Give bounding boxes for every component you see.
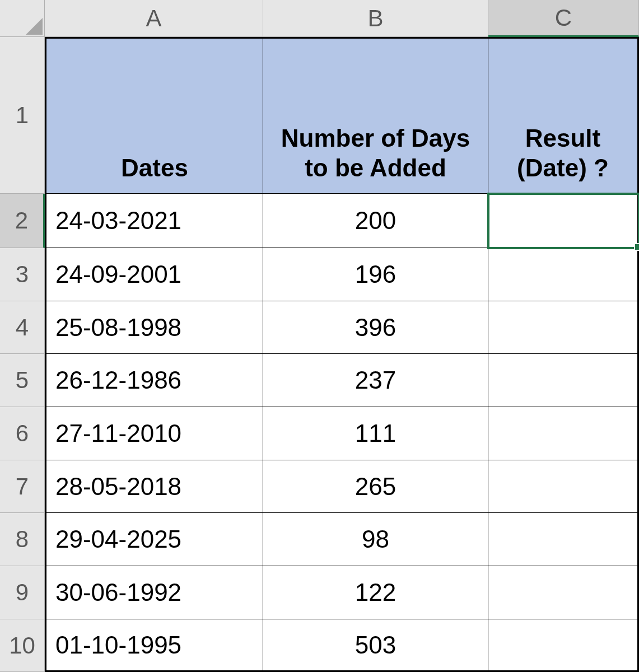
cell-grid: Dates Number of Days to be Added Result … bbox=[45, 37, 639, 672]
cell-C10[interactable] bbox=[488, 619, 639, 672]
table-header-row: Dates Number of Days to be Added Result … bbox=[45, 37, 639, 194]
cell-A7[interactable]: 28-05-2018 bbox=[45, 460, 263, 513]
row-heading-10[interactable]: 10 bbox=[0, 619, 45, 672]
cell-A3[interactable]: 24-09-2001 bbox=[45, 248, 263, 301]
column-heading-B[interactable]: B bbox=[263, 0, 488, 37]
row-heading-9[interactable]: 9 bbox=[0, 566, 45, 619]
cell-C6[interactable] bbox=[488, 407, 639, 460]
cell-A6[interactable]: 27-11-2010 bbox=[45, 407, 263, 460]
cell-B5[interactable]: 237 bbox=[263, 354, 488, 407]
table-row: 30-06-1992 122 bbox=[45, 566, 639, 619]
cell-A1[interactable]: Dates bbox=[45, 37, 263, 194]
table-row: 25-08-1998 396 bbox=[45, 301, 639, 354]
row-heading-8[interactable]: 8 bbox=[0, 513, 45, 566]
table-row: 01-10-1995 503 bbox=[45, 619, 639, 672]
row-heading-2[interactable]: 2 bbox=[0, 194, 45, 248]
column-headings: A B C bbox=[45, 0, 639, 37]
row-heading-6[interactable]: 6 bbox=[0, 407, 45, 460]
cell-A5[interactable]: 26-12-1986 bbox=[45, 354, 263, 407]
cell-A4[interactable]: 25-08-1998 bbox=[45, 301, 263, 354]
table-row: 27-11-2010 111 bbox=[45, 407, 639, 460]
cell-B8[interactable]: 98 bbox=[263, 513, 488, 566]
table-row: 26-12-1986 237 bbox=[45, 354, 639, 407]
cell-B4[interactable]: 396 bbox=[263, 301, 488, 354]
row-heading-7[interactable]: 7 bbox=[0, 460, 45, 513]
cell-C4[interactable] bbox=[488, 301, 639, 354]
table-row: 24-03-2021 200 bbox=[45, 194, 639, 248]
cell-A9[interactable]: 30-06-1992 bbox=[45, 566, 263, 619]
table-row: 28-05-2018 265 bbox=[45, 460, 639, 513]
cell-C5[interactable] bbox=[488, 354, 639, 407]
cell-C7[interactable] bbox=[488, 460, 639, 513]
select-all-corner[interactable] bbox=[0, 0, 45, 37]
row-heading-1[interactable]: 1 bbox=[0, 37, 45, 194]
cell-A8[interactable]: 29-04-2025 bbox=[45, 513, 263, 566]
row-headings: 1 2 3 4 5 6 7 8 9 10 bbox=[0, 37, 45, 672]
cell-C9[interactable] bbox=[488, 566, 639, 619]
cell-B2[interactable]: 200 bbox=[263, 194, 488, 248]
table-row: 24-09-2001 196 bbox=[45, 248, 639, 301]
cell-A10[interactable]: 01-10-1995 bbox=[45, 619, 263, 672]
cell-B1[interactable]: Number of Days to be Added bbox=[263, 37, 488, 194]
column-heading-A[interactable]: A bbox=[45, 0, 263, 37]
cell-B3[interactable]: 196 bbox=[263, 248, 488, 301]
row-heading-4[interactable]: 4 bbox=[0, 301, 45, 354]
cell-C1[interactable]: Result (Date) ? bbox=[488, 37, 639, 194]
cell-B10[interactable]: 503 bbox=[263, 619, 488, 672]
table-row: 29-04-2025 98 bbox=[45, 513, 639, 566]
spreadsheet: A B C 1 2 3 4 5 6 7 8 9 10 Dates Number … bbox=[0, 0, 639, 672]
cell-C3[interactable] bbox=[488, 248, 639, 301]
cell-A2[interactable]: 24-03-2021 bbox=[45, 194, 263, 248]
cell-B7[interactable]: 265 bbox=[263, 460, 488, 513]
column-heading-C[interactable]: C bbox=[488, 0, 639, 37]
row-heading-3[interactable]: 3 bbox=[0, 248, 45, 301]
cell-C8[interactable] bbox=[488, 513, 639, 566]
cell-C2[interactable] bbox=[488, 194, 639, 248]
cell-B9[interactable]: 122 bbox=[263, 566, 488, 619]
row-heading-5[interactable]: 5 bbox=[0, 354, 45, 407]
cell-B6[interactable]: 111 bbox=[263, 407, 488, 460]
